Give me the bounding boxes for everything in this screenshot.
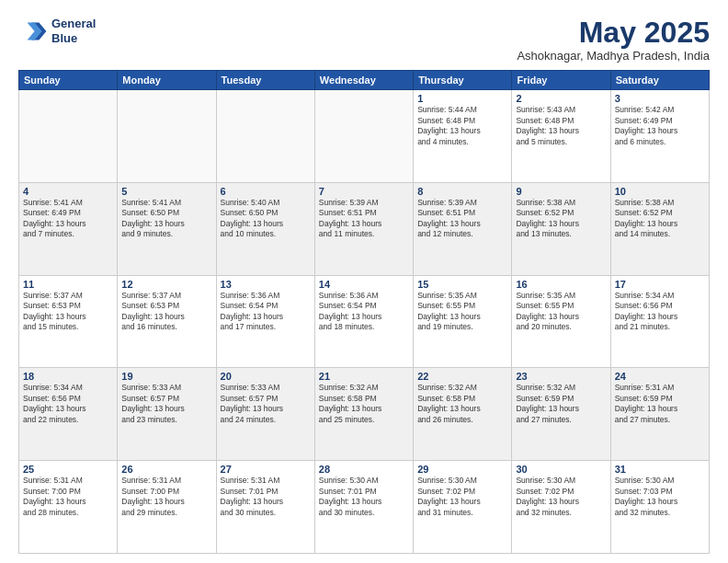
- calendar-week-row: 18Sunrise: 5:34 AMSunset: 6:56 PMDayligh…: [19, 368, 710, 461]
- day-info: Sunrise: 5:36 AMSunset: 6:54 PMDaylight:…: [319, 291, 409, 333]
- table-row: 6Sunrise: 5:40 AMSunset: 6:50 PMDaylight…: [216, 182, 314, 275]
- table-row: 30Sunrise: 5:30 AMSunset: 7:02 PMDayligh…: [512, 461, 610, 554]
- day-number: 24: [615, 371, 705, 382]
- table-row: 19Sunrise: 5:33 AMSunset: 6:57 PMDayligh…: [118, 368, 216, 461]
- table-row: 11Sunrise: 5:37 AMSunset: 6:53 PMDayligh…: [19, 275, 118, 368]
- day-info: Sunrise: 5:38 AMSunset: 6:52 PMDaylight:…: [516, 198, 606, 240]
- table-row: 3Sunrise: 5:42 AMSunset: 6:49 PMDaylight…: [610, 90, 709, 183]
- day-info: Sunrise: 5:37 AMSunset: 6:53 PMDaylight:…: [23, 291, 113, 333]
- col-thursday: Thursday: [414, 71, 512, 90]
- col-saturday: Saturday: [610, 71, 709, 90]
- day-info: Sunrise: 5:41 AMSunset: 6:49 PMDaylight:…: [23, 198, 113, 240]
- day-number: 15: [417, 279, 507, 290]
- day-info: Sunrise: 5:38 AMSunset: 6:52 PMDaylight:…: [615, 198, 705, 240]
- table-row: 27Sunrise: 5:31 AMSunset: 7:01 PMDayligh…: [216, 461, 314, 554]
- day-info: Sunrise: 5:34 AMSunset: 6:56 PMDaylight:…: [23, 383, 113, 425]
- day-info: Sunrise: 5:42 AMSunset: 6:49 PMDaylight:…: [615, 105, 705, 147]
- day-number: 3: [615, 93, 705, 104]
- table-row: 8Sunrise: 5:39 AMSunset: 6:51 PMDaylight…: [414, 182, 512, 275]
- day-number: 12: [121, 279, 211, 290]
- day-number: 9: [516, 186, 606, 197]
- table-row: 16Sunrise: 5:35 AMSunset: 6:55 PMDayligh…: [512, 275, 610, 368]
- table-row: 29Sunrise: 5:30 AMSunset: 7:02 PMDayligh…: [414, 461, 512, 554]
- day-info: Sunrise: 5:31 AMSunset: 7:01 PMDaylight:…: [221, 476, 311, 518]
- table-row: 1Sunrise: 5:44 AMSunset: 6:48 PMDaylight…: [414, 90, 512, 183]
- table-row: 31Sunrise: 5:30 AMSunset: 7:03 PMDayligh…: [610, 461, 709, 554]
- day-info: Sunrise: 5:33 AMSunset: 6:57 PMDaylight:…: [221, 383, 311, 425]
- day-info: Sunrise: 5:44 AMSunset: 6:48 PMDaylight:…: [417, 105, 507, 147]
- calendar-week-row: 1Sunrise: 5:44 AMSunset: 6:48 PMDaylight…: [19, 90, 710, 183]
- calendar-week-row: 4Sunrise: 5:41 AMSunset: 6:49 PMDaylight…: [19, 182, 710, 275]
- day-number: 7: [319, 186, 409, 197]
- page: General Blue May 2025 Ashoknagar, Madhya…: [0, 0, 728, 563]
- day-info: Sunrise: 5:33 AMSunset: 6:57 PMDaylight:…: [121, 383, 211, 425]
- day-number: 27: [221, 464, 311, 475]
- table-row: 25Sunrise: 5:31 AMSunset: 7:00 PMDayligh…: [19, 461, 118, 554]
- table-row: 22Sunrise: 5:32 AMSunset: 6:58 PMDayligh…: [414, 368, 512, 461]
- table-row: 24Sunrise: 5:31 AMSunset: 6:59 PMDayligh…: [610, 368, 709, 461]
- day-info: Sunrise: 5:30 AMSunset: 7:02 PMDaylight:…: [417, 476, 507, 518]
- day-number: 26: [121, 464, 211, 475]
- day-info: Sunrise: 5:39 AMSunset: 6:51 PMDaylight:…: [417, 198, 507, 240]
- day-number: 2: [516, 93, 606, 104]
- day-number: 19: [121, 371, 211, 382]
- table-row: [216, 90, 314, 183]
- calendar-week-row: 25Sunrise: 5:31 AMSunset: 7:00 PMDayligh…: [19, 461, 710, 554]
- logo-line1: General: [51, 17, 96, 31]
- day-info: Sunrise: 5:31 AMSunset: 7:00 PMDaylight:…: [121, 476, 211, 518]
- day-info: Sunrise: 5:31 AMSunset: 6:59 PMDaylight:…: [615, 383, 705, 425]
- table-row: 20Sunrise: 5:33 AMSunset: 6:57 PMDayligh…: [216, 368, 314, 461]
- day-number: 23: [516, 371, 606, 382]
- day-info: Sunrise: 5:32 AMSunset: 6:58 PMDaylight:…: [319, 383, 409, 425]
- logo-icon: [18, 17, 48, 46]
- header: General Blue May 2025 Ashoknagar, Madhya…: [18, 17, 710, 63]
- day-number: 6: [221, 186, 311, 197]
- day-info: Sunrise: 5:30 AMSunset: 7:01 PMDaylight:…: [319, 476, 409, 518]
- day-number: 25: [23, 464, 113, 475]
- col-wednesday: Wednesday: [314, 71, 413, 90]
- day-number: 20: [221, 371, 311, 382]
- table-row: [314, 90, 413, 183]
- logo-text: General Blue: [51, 17, 96, 45]
- day-number: 1: [417, 93, 507, 104]
- day-number: 30: [516, 464, 606, 475]
- day-info: Sunrise: 5:40 AMSunset: 6:50 PMDaylight:…: [221, 198, 311, 240]
- day-number: 31: [615, 464, 705, 475]
- table-row: 26Sunrise: 5:31 AMSunset: 7:00 PMDayligh…: [118, 461, 216, 554]
- calendar-week-row: 11Sunrise: 5:37 AMSunset: 6:53 PMDayligh…: [19, 275, 710, 368]
- day-info: Sunrise: 5:32 AMSunset: 6:58 PMDaylight:…: [417, 383, 507, 425]
- day-info: Sunrise: 5:43 AMSunset: 6:48 PMDaylight:…: [516, 105, 606, 147]
- day-number: 13: [221, 279, 311, 290]
- day-info: Sunrise: 5:36 AMSunset: 6:54 PMDaylight:…: [221, 291, 311, 333]
- table-row: 7Sunrise: 5:39 AMSunset: 6:51 PMDaylight…: [314, 182, 413, 275]
- day-info: Sunrise: 5:35 AMSunset: 6:55 PMDaylight:…: [516, 291, 606, 333]
- title-block: May 2025 Ashoknagar, Madhya Pradesh, Ind…: [517, 17, 710, 63]
- day-number: 21: [319, 371, 409, 382]
- day-number: 22: [417, 371, 507, 382]
- day-number: 17: [615, 279, 705, 290]
- day-info: Sunrise: 5:32 AMSunset: 6:59 PMDaylight:…: [516, 383, 606, 425]
- col-tuesday: Tuesday: [216, 71, 314, 90]
- logo-line2: Blue: [51, 31, 96, 46]
- table-row: 12Sunrise: 5:37 AMSunset: 6:53 PMDayligh…: [118, 275, 216, 368]
- table-row: 23Sunrise: 5:32 AMSunset: 6:59 PMDayligh…: [512, 368, 610, 461]
- table-row: 15Sunrise: 5:35 AMSunset: 6:55 PMDayligh…: [414, 275, 512, 368]
- day-info: Sunrise: 5:31 AMSunset: 7:00 PMDaylight:…: [23, 476, 113, 518]
- calendar: Sunday Monday Tuesday Wednesday Thursday…: [18, 70, 710, 554]
- col-monday: Monday: [118, 71, 216, 90]
- table-row: 9Sunrise: 5:38 AMSunset: 6:52 PMDaylight…: [512, 182, 610, 275]
- table-row: [19, 90, 118, 183]
- day-number: 8: [417, 186, 507, 197]
- table-row: 17Sunrise: 5:34 AMSunset: 6:56 PMDayligh…: [610, 275, 709, 368]
- table-row: 13Sunrise: 5:36 AMSunset: 6:54 PMDayligh…: [216, 275, 314, 368]
- table-row: 2Sunrise: 5:43 AMSunset: 6:48 PMDaylight…: [512, 90, 610, 183]
- table-row: 10Sunrise: 5:38 AMSunset: 6:52 PMDayligh…: [610, 182, 709, 275]
- day-number: 10: [615, 186, 705, 197]
- day-number: 29: [417, 464, 507, 475]
- calendar-header-row: Sunday Monday Tuesday Wednesday Thursday…: [19, 71, 710, 90]
- day-info: Sunrise: 5:37 AMSunset: 6:53 PMDaylight:…: [121, 291, 211, 333]
- day-info: Sunrise: 5:34 AMSunset: 6:56 PMDaylight:…: [615, 291, 705, 333]
- table-row: [118, 90, 216, 183]
- month-title: May 2025: [517, 17, 710, 49]
- logo: General Blue: [18, 17, 96, 46]
